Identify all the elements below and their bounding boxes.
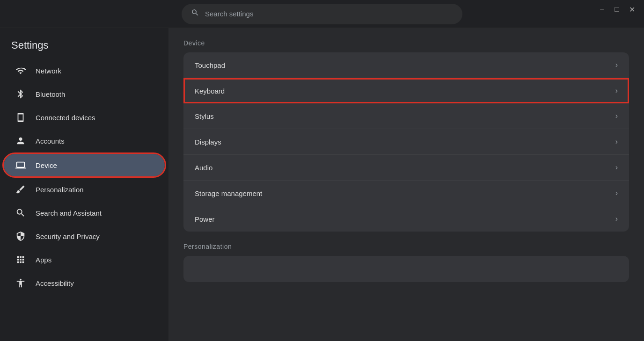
minimize-button[interactable]: − (595, 3, 608, 16)
section-title-device: Device (183, 39, 629, 47)
stylus-chevron: › (615, 112, 618, 120)
sidebar-label-apps: Apps (36, 256, 51, 264)
settings-item-storage-management[interactable]: Storage management › (183, 181, 629, 206)
wifi-icon (15, 65, 26, 76)
personalization-settings-list (183, 256, 629, 282)
sidebar-label-network: Network (36, 67, 61, 75)
person-icon (15, 135, 26, 146)
search-bar[interactable]: Search settings (182, 4, 462, 24)
sidebar-label-accounts: Accounts (36, 137, 65, 145)
settings-item-keyboard[interactable]: Keyboard › (183, 78, 629, 103)
touchpad-chevron: › (615, 61, 618, 69)
settings-item-power[interactable]: Power › (183, 206, 629, 232)
search-nav-icon (15, 207, 26, 218)
bluetooth-icon (15, 88, 26, 100)
audio-label: Audio (195, 164, 212, 172)
sidebar-label-bluetooth: Bluetooth (36, 90, 65, 98)
content-area: Device Touchpad › Keyboard › Stylus (168, 28, 644, 341)
apps-icon (15, 254, 26, 265)
power-label: Power (195, 215, 215, 223)
keyboard-label: Keyboard (195, 87, 225, 95)
laptop-icon (15, 160, 26, 171)
displays-label: Displays (195, 138, 221, 146)
sidebar-header: Settings (0, 28, 168, 59)
sidebar-item-security-privacy[interactable]: Security and Privacy (4, 225, 165, 247)
settings-item-stylus[interactable]: Stylus › (183, 103, 629, 129)
settings-item-touchpad[interactable]: Touchpad › (183, 52, 629, 78)
storage-management-label: Storage management (195, 189, 262, 197)
search-placeholder: Search settings (205, 10, 253, 18)
sidebar: Settings Network Bluetooth (0, 28, 168, 341)
stylus-label: Stylus (195, 112, 214, 120)
sidebar-label-accessibility: Accessibility (36, 279, 74, 287)
device-icon (15, 112, 26, 123)
sidebar-item-search-assistant[interactable]: Search and Assistant (4, 202, 165, 224)
maximize-button[interactable]: □ (610, 3, 623, 16)
sidebar-item-accounts[interactable]: Accounts (4, 130, 165, 152)
audio-chevron: › (615, 163, 618, 172)
sidebar-label-device: Device (36, 161, 57, 169)
power-chevron: › (615, 215, 618, 223)
sidebar-label-security-privacy: Security and Privacy (36, 232, 100, 240)
settings-title: Settings (11, 39, 49, 51)
storage-chevron: › (615, 189, 618, 197)
section-title-personalization: Personalization (183, 243, 629, 250)
sidebar-item-device[interactable]: Device (4, 154, 165, 176)
top-bar: − □ ✕ Search settings (0, 0, 644, 28)
sidebar-item-apps[interactable]: Apps (4, 248, 165, 271)
sidebar-label-connected-devices: Connected devices (36, 114, 95, 122)
displays-chevron: › (615, 138, 618, 146)
close-button[interactable]: ✕ (625, 3, 638, 16)
keyboard-chevron: › (615, 87, 618, 95)
settings-window: − □ ✕ Search settings Settings (0, 0, 644, 341)
sidebar-item-accessibility[interactable]: Accessibility (4, 272, 165, 294)
brush-icon (15, 184, 26, 195)
sidebar-item-connected-devices[interactable]: Connected devices (4, 106, 165, 129)
main-layout: Settings Network Bluetooth (0, 28, 644, 341)
settings-item-audio[interactable]: Audio › (183, 155, 629, 181)
sidebar-item-network[interactable]: Network (4, 59, 165, 82)
accessibility-icon (15, 277, 26, 289)
shield-icon (15, 231, 26, 242)
device-settings-list: Touchpad › Keyboard › Stylus › Di (183, 52, 629, 232)
sidebar-item-bluetooth[interactable]: Bluetooth (4, 83, 165, 105)
sidebar-label-search-assistant: Search and Assistant (36, 209, 102, 217)
search-icon (191, 8, 199, 19)
touchpad-label: Touchpad (195, 61, 225, 69)
settings-item-displays[interactable]: Displays › (183, 129, 629, 155)
sidebar-label-personalization: Personalization (36, 186, 84, 194)
personalization-placeholder (183, 256, 629, 282)
sidebar-item-personalization[interactable]: Personalization (4, 178, 165, 201)
